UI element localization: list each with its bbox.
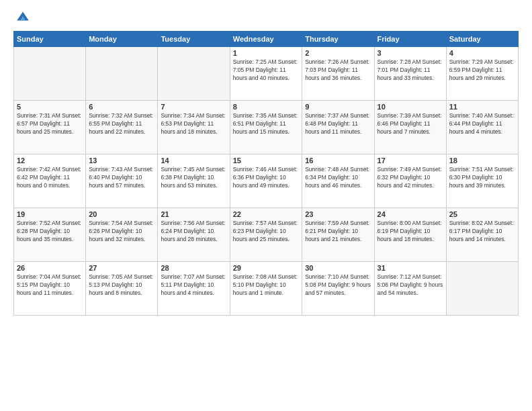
day-number: 21 — [161, 210, 226, 218]
day-info: Sunrise: 7:12 AM Sunset: 5:06 PM Dayligh… — [378, 273, 443, 298]
calendar-day — [158, 47, 230, 101]
calendar-day: 21Sunrise: 7:56 AM Sunset: 6:24 PM Dayli… — [158, 208, 230, 262]
day-info: Sunrise: 7:59 AM Sunset: 6:21 PM Dayligh… — [305, 220, 371, 244]
day-info: Sunrise: 7:04 AM Sunset: 5:15 PM Dayligh… — [17, 273, 83, 298]
day-info: Sunrise: 7:56 AM Sunset: 6:24 PM Dayligh… — [161, 220, 226, 244]
calendar-day: 2Sunrise: 7:26 AM Sunset: 7:03 PM Daylig… — [302, 47, 374, 101]
day-number: 13 — [89, 156, 154, 165]
calendar-week: 1Sunrise: 7:25 AM Sunset: 7:05 PM Daylig… — [14, 47, 519, 101]
day-number: 27 — [89, 264, 154, 272]
day-number: 8 — [233, 103, 299, 111]
day-info: Sunrise: 7:54 AM Sunset: 6:26 PM Dayligh… — [89, 220, 154, 244]
day-info: Sunrise: 8:02 AM Sunset: 6:17 PM Dayligh… — [449, 220, 515, 244]
day-info: Sunrise: 7:28 AM Sunset: 7:01 PM Dayligh… — [378, 58, 443, 83]
day-number: 18 — [449, 156, 515, 165]
day-info: Sunrise: 7:05 AM Sunset: 5:13 PM Dayligh… — [89, 273, 154, 298]
day-number: 6 — [89, 103, 154, 111]
day-info: Sunrise: 7:49 AM Sunset: 6:32 PM Dayligh… — [378, 166, 443, 190]
calendar-week: 12Sunrise: 7:42 AM Sunset: 6:42 PM Dayli… — [14, 154, 519, 208]
calendar-day: 30Sunrise: 7:10 AM Sunset: 5:08 PM Dayli… — [302, 262, 374, 316]
day-info: Sunrise: 7:31 AM Sunset: 6:57 PM Dayligh… — [17, 112, 83, 136]
calendar-day: 28Sunrise: 7:07 AM Sunset: 5:11 PM Dayli… — [158, 262, 230, 316]
day-number: 7 — [161, 103, 226, 111]
day-info: Sunrise: 7:48 AM Sunset: 6:34 PM Dayligh… — [305, 166, 371, 190]
calendar-day: 27Sunrise: 7:05 AM Sunset: 5:13 PM Dayli… — [86, 262, 158, 316]
day-info: Sunrise: 7:26 AM Sunset: 7:03 PM Dayligh… — [305, 58, 371, 83]
calendar-day: 22Sunrise: 7:57 AM Sunset: 6:23 PM Dayli… — [230, 208, 302, 262]
day-number: 25 — [449, 210, 515, 218]
day-info: Sunrise: 7:32 AM Sunset: 6:55 PM Dayligh… — [89, 112, 154, 136]
calendar-day: 19Sunrise: 7:52 AM Sunset: 6:28 PM Dayli… — [14, 208, 86, 262]
day-number: 17 — [378, 156, 443, 165]
day-number: 16 — [305, 156, 371, 165]
day-number: 28 — [161, 264, 226, 272]
day-info: Sunrise: 7:08 AM Sunset: 5:10 PM Dayligh… — [233, 273, 299, 298]
calendar-day: 31Sunrise: 7:12 AM Sunset: 5:06 PM Dayli… — [374, 262, 446, 316]
day-number: 4 — [449, 49, 515, 57]
day-number: 23 — [305, 210, 371, 218]
calendar-day: 10Sunrise: 7:39 AM Sunset: 6:46 PM Dayli… — [374, 101, 446, 154]
day-number: 30 — [305, 264, 371, 272]
calendar-week: 5Sunrise: 7:31 AM Sunset: 6:57 PM Daylig… — [14, 101, 519, 154]
calendar-day: 23Sunrise: 7:59 AM Sunset: 6:21 PM Dayli… — [302, 208, 374, 262]
weekday-header: Wednesday — [230, 32, 302, 47]
day-info: Sunrise: 7:34 AM Sunset: 6:53 PM Dayligh… — [161, 112, 226, 136]
day-info: Sunrise: 7:42 AM Sunset: 6:42 PM Dayligh… — [17, 166, 83, 190]
calendar-day: 6Sunrise: 7:32 AM Sunset: 6:55 PM Daylig… — [86, 101, 158, 154]
day-info: Sunrise: 8:00 AM Sunset: 6:19 PM Dayligh… — [378, 220, 443, 244]
day-number: 10 — [378, 103, 443, 111]
calendar-day: 3Sunrise: 7:28 AM Sunset: 7:01 PM Daylig… — [374, 47, 446, 101]
calendar: SundayMondayTuesdayWednesdayThursdayFrid… — [13, 31, 519, 316]
calendar-day — [446, 262, 518, 316]
logo-text — [13, 11, 31, 24]
day-info: Sunrise: 7:25 AM Sunset: 7:05 PM Dayligh… — [233, 58, 299, 83]
day-info: Sunrise: 7:39 AM Sunset: 6:46 PM Dayligh… — [378, 112, 443, 136]
day-number: 20 — [89, 210, 154, 218]
day-info: Sunrise: 7:52 AM Sunset: 6:28 PM Dayligh… — [17, 220, 83, 244]
weekday-header: Sunday — [14, 32, 86, 47]
calendar-day: 26Sunrise: 7:04 AM Sunset: 5:15 PM Dayli… — [14, 262, 86, 316]
logo-icon — [15, 8, 31, 24]
weekday-header: Saturday — [446, 32, 518, 47]
calendar-day: 25Sunrise: 8:02 AM Sunset: 6:17 PM Dayli… — [446, 208, 518, 262]
day-info: Sunrise: 7:57 AM Sunset: 6:23 PM Dayligh… — [233, 220, 299, 244]
calendar-day: 8Sunrise: 7:35 AM Sunset: 6:51 PM Daylig… — [230, 101, 302, 154]
logo — [13, 11, 31, 24]
day-number: 2 — [305, 49, 371, 57]
calendar-day: 7Sunrise: 7:34 AM Sunset: 6:53 PM Daylig… — [158, 101, 230, 154]
calendar-day: 11Sunrise: 7:40 AM Sunset: 6:44 PM Dayli… — [446, 101, 518, 154]
calendar-day: 9Sunrise: 7:37 AM Sunset: 6:48 PM Daylig… — [302, 101, 374, 154]
day-number: 19 — [17, 210, 83, 218]
day-number: 24 — [378, 210, 443, 218]
calendar-day: 29Sunrise: 7:08 AM Sunset: 5:10 PM Dayli… — [230, 262, 302, 316]
day-number: 22 — [233, 210, 299, 218]
day-number: 26 — [17, 264, 83, 272]
day-info: Sunrise: 7:37 AM Sunset: 6:48 PM Dayligh… — [305, 112, 371, 136]
weekday-header-row: SundayMondayTuesdayWednesdayThursdayFrid… — [14, 32, 519, 47]
day-number: 31 — [378, 264, 443, 272]
day-info: Sunrise: 7:46 AM Sunset: 6:36 PM Dayligh… — [233, 166, 299, 190]
page: SundayMondayTuesdayWednesdayThursdayFrid… — [0, 0, 532, 411]
weekday-header: Monday — [86, 32, 158, 47]
day-number: 11 — [449, 103, 515, 111]
day-info: Sunrise: 7:07 AM Sunset: 5:11 PM Dayligh… — [161, 273, 226, 298]
day-number: 29 — [233, 264, 299, 272]
calendar-day: 14Sunrise: 7:45 AM Sunset: 6:38 PM Dayli… — [158, 154, 230, 208]
day-info: Sunrise: 7:40 AM Sunset: 6:44 PM Dayligh… — [449, 112, 515, 136]
day-number: 14 — [161, 156, 226, 165]
day-info: Sunrise: 7:51 AM Sunset: 6:30 PM Dayligh… — [449, 166, 515, 190]
calendar-day: 4Sunrise: 7:29 AM Sunset: 6:59 PM Daylig… — [446, 47, 518, 101]
weekday-header: Friday — [374, 32, 446, 47]
calendar-day — [86, 47, 158, 101]
calendar-day: 1Sunrise: 7:25 AM Sunset: 7:05 PM Daylig… — [230, 47, 302, 101]
day-number: 12 — [17, 156, 83, 165]
weekday-header: Tuesday — [158, 32, 230, 47]
day-info: Sunrise: 7:43 AM Sunset: 6:40 PM Dayligh… — [89, 166, 154, 190]
calendar-day: 16Sunrise: 7:48 AM Sunset: 6:34 PM Dayli… — [302, 154, 374, 208]
day-number: 1 — [233, 49, 299, 57]
calendar-day: 5Sunrise: 7:31 AM Sunset: 6:57 PM Daylig… — [14, 101, 86, 154]
header — [13, 11, 519, 24]
calendar-day — [14, 47, 86, 101]
calendar-day: 17Sunrise: 7:49 AM Sunset: 6:32 PM Dayli… — [374, 154, 446, 208]
calendar-week: 26Sunrise: 7:04 AM Sunset: 5:15 PM Dayli… — [14, 262, 519, 316]
